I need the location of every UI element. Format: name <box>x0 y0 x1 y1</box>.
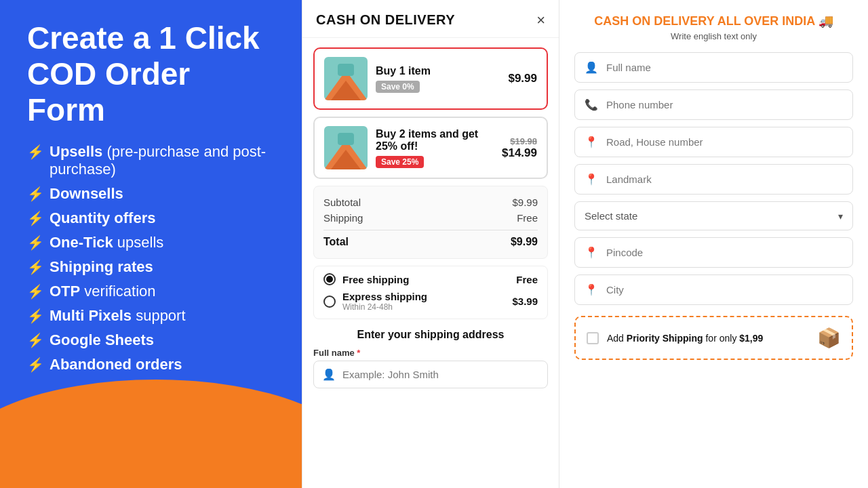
priority-shipping-box[interactable]: Add Priority Shipping for only $1,99 📦 <box>574 316 853 360</box>
total-label: Total <box>323 236 349 248</box>
main-title: Create a 1 Click COD Order Form <box>27 20 275 128</box>
feature-upsells: ⚡ Upsells (pre-purchase and post-purchas… <box>27 143 275 178</box>
product-price-1: $9.99 <box>508 72 537 85</box>
priority-text: Add Priority Shipping for only $1,99 <box>607 333 809 344</box>
save-badge-1: Save 0% <box>376 81 420 93</box>
fullname-input-row[interactable]: 👤 <box>313 361 548 388</box>
feature-sheets: ⚡ Google Sheets <box>27 331 275 349</box>
radio-express[interactable] <box>323 296 336 308</box>
left-panel: Create a 1 Click COD Order Form ⚡ Upsell… <box>0 0 302 488</box>
state-select[interactable]: Select state <box>585 210 838 222</box>
right-city-input[interactable] <box>606 284 843 296</box>
bolt-icon: ⚡ <box>27 210 44 226</box>
product-name-2: Buy 2 items and get 25% off! <box>376 128 494 152</box>
modal-header: CASH ON DELIVERY × <box>302 0 559 38</box>
free-shipping-name: Free shipping <box>342 274 509 285</box>
shipping-option-free[interactable]: Free shipping Free <box>323 273 538 285</box>
subtotal-label: Subtotal <box>323 197 361 208</box>
cod-india-title: CASH ON DELIVERY ALL OVER INDIA 🚚 <box>574 14 853 28</box>
bolt-icon: ⚡ <box>27 186 44 202</box>
svg-rect-3 <box>338 64 354 76</box>
product-card-1[interactable]: Buy 1 item Save 0% $9.99 <box>313 47 548 110</box>
feature-onetick: ⚡ One-Tick upsells <box>27 234 275 251</box>
modal-body: Buy 1 item Save 0% $9.99 Buy 2 items and… <box>302 38 559 329</box>
express-shipping-name: Express shipping <box>342 291 505 302</box>
save-badge-2: Save 25% <box>376 156 424 168</box>
bolt-icon: ⚡ <box>27 357 44 373</box>
subtotal-value: $9.99 <box>512 197 538 208</box>
svg-rect-7 <box>338 133 354 145</box>
priority-checkbox[interactable] <box>587 332 599 344</box>
subtotal-row: Subtotal $9.99 <box>323 195 538 210</box>
location-icon: 📍 <box>585 246 598 259</box>
bolt-icon: ⚡ <box>27 283 44 300</box>
fullname-label: Full name * <box>313 348 548 358</box>
form-landmark[interactable]: 📍 <box>574 164 853 195</box>
total-row: Total $9.99 <box>323 230 538 250</box>
form-pincode[interactable]: 📍 <box>574 237 853 268</box>
right-road-input[interactable] <box>606 136 843 148</box>
shipping-value: Free <box>517 212 538 224</box>
chevron-down-icon: ▾ <box>838 211 843 222</box>
feature-otp: ⚡ OTP verification <box>27 283 275 300</box>
close-button[interactable]: × <box>536 13 545 28</box>
feature-downsells: ⚡ Downsells <box>27 185 275 203</box>
express-shipping-price: $3.99 <box>512 296 538 307</box>
feature-shipping: ⚡ Shipping rates <box>27 258 275 276</box>
cod-subtitle: Write english text only <box>574 31 853 41</box>
phone-icon: 📞 <box>585 98 598 111</box>
product-card-2[interactable]: Buy 2 items and get 25% off! Save 25% $1… <box>313 117 548 179</box>
modal-title: CASH ON DELIVERY <box>316 12 455 28</box>
form-city[interactable]: 📍 <box>574 274 853 305</box>
total-value: $9.99 <box>511 236 538 248</box>
product-name-1: Buy 1 item <box>376 65 500 77</box>
address-section: Enter your shipping address Full name * … <box>302 329 559 399</box>
feature-list: ⚡ Upsells (pre-purchase and post-purchas… <box>27 143 275 373</box>
location-icon: 📍 <box>585 173 598 186</box>
box-shipping-icon: 📦 <box>817 327 841 349</box>
express-shipping-sub: Within 24-48h <box>342 302 505 312</box>
form-phone[interactable]: 📞 <box>574 89 853 120</box>
free-shipping-price: Free <box>516 274 538 285</box>
address-title: Enter your shipping address <box>313 329 548 341</box>
shipping-options: Free shipping Free Express shipping With… <box>313 266 548 319</box>
product-image-2 <box>324 126 368 169</box>
bolt-icon: ⚡ <box>27 308 44 324</box>
feature-quantity: ⚡ Quantity offers <box>27 209 275 227</box>
product-image-1 <box>324 57 368 100</box>
person-icon: 👤 <box>322 368 336 381</box>
shipping-row: Shipping Free <box>323 210 538 226</box>
person-icon: 👤 <box>585 61 598 74</box>
bolt-icon: ⚡ <box>27 332 44 348</box>
product-info-1: Buy 1 item Save 0% <box>376 65 500 93</box>
feature-pixels: ⚡ Multi Pixels support <box>27 307 275 325</box>
right-fullname-input[interactable] <box>606 62 843 73</box>
form-state[interactable]: Select state ▾ <box>574 201 853 230</box>
bolt-icon: ⚡ <box>27 144 44 160</box>
location-icon: 📍 <box>585 283 598 296</box>
totals-section: Subtotal $9.99 Shipping Free Total $9.99 <box>313 186 548 259</box>
right-panel: CASH ON DELIVERY ALL OVER INDIA 🚚 Write … <box>559 0 868 488</box>
bolt-icon: ⚡ <box>27 235 44 251</box>
form-road[interactable]: 📍 <box>574 127 853 157</box>
product-info-2: Buy 2 items and get 25% off! Save 25% <box>376 128 494 168</box>
bolt-icon: ⚡ <box>27 259 44 275</box>
shipping-label: Shipping <box>323 212 363 224</box>
product-price-2: $19.98 $14.99 <box>502 136 537 160</box>
right-phone-input[interactable] <box>606 99 843 110</box>
right-landmark-input[interactable] <box>606 174 843 185</box>
fullname-input[interactable] <box>342 369 539 380</box>
cod-modal: CASH ON DELIVERY × Buy 1 item Save 0% $9… <box>302 0 559 488</box>
location-icon: 📍 <box>585 136 598 148</box>
radio-free[interactable] <box>323 273 336 285</box>
form-fullname[interactable]: 👤 <box>574 52 853 83</box>
shipping-option-express[interactable]: Express shipping Within 24-48h $3.99 <box>323 291 538 312</box>
right-pincode-input[interactable] <box>606 247 843 258</box>
feature-abandoned: ⚡ Abandoned orders <box>27 356 275 373</box>
